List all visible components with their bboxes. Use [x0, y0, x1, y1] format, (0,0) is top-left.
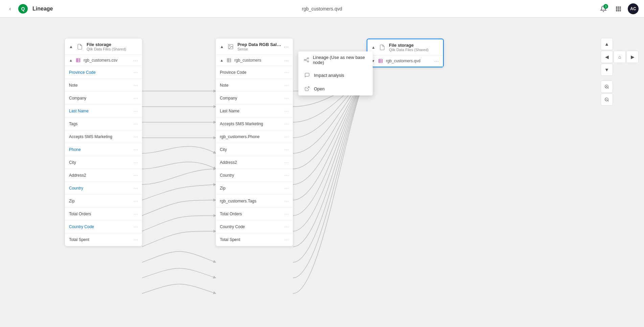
svg-rect-4 — [618, 6, 619, 8]
menu-item-open[interactable]: Open — [298, 82, 373, 95]
field-row-tags-prep: rgb_customers.Tags ··· — [216, 195, 293, 208]
svg-line-31 — [306, 60, 307, 61]
field-row-totalorders-csv: Total Orders ··· — [65, 208, 142, 220]
field-name: Total Orders — [220, 212, 284, 216]
field-more[interactable]: ··· — [284, 83, 289, 88]
field-name: Country Code — [220, 224, 284, 229]
notifications-button[interactable]: 3 — [598, 3, 609, 14]
svg-point-18 — [229, 45, 230, 46]
field-row-sms-prep: Accepts SMS Marketing ··· — [216, 117, 293, 130]
field-more[interactable]: ··· — [134, 212, 138, 216]
field-more[interactable]: ··· — [284, 224, 289, 229]
field-more[interactable]: ··· — [284, 160, 289, 165]
field-more[interactable]: ··· — [134, 70, 138, 75]
field-name: Total Spent — [69, 237, 134, 242]
field-more[interactable]: ··· — [134, 122, 138, 126]
field-more[interactable]: ··· — [284, 199, 289, 203]
collapse-btn-qvd[interactable]: ▲ — [371, 45, 375, 50]
menu-label-lineage: Lineage (Use as new base node) — [313, 55, 367, 65]
svg-point-28 — [307, 58, 309, 59]
svg-rect-9 — [616, 10, 617, 11]
node-title-prep: Prep Data RGB Sales A... — [237, 42, 281, 47]
context-menu: Lineage (Use as new base node) Impact an… — [298, 51, 373, 95]
field-name: Total Spent — [220, 237, 284, 242]
node-header-prep: ▲ Prep Data RGB Sales A... Sense ··· — [216, 39, 293, 55]
qlik-logo: Q — [18, 3, 28, 14]
node-subtitle-qvd: Qlik Data Files (Shared) — [389, 48, 439, 52]
field-more[interactable]: ··· — [134, 134, 138, 139]
nav-left-button[interactable]: ◀ — [601, 51, 613, 63]
menu-item-lineage[interactable]: Lineage (Use as new base node) — [298, 51, 373, 68]
zoom-in-button[interactable] — [601, 81, 613, 93]
back-button[interactable]: ‹ — [5, 4, 15, 14]
field-name: Province Code — [69, 70, 134, 75]
field-name: Zip — [69, 199, 134, 203]
field-more[interactable]: ··· — [284, 237, 289, 242]
field-name: Total Orders — [69, 212, 134, 216]
field-more[interactable]: ··· — [134, 96, 138, 101]
field-row-totalspent-csv: Total Spent ··· — [65, 233, 142, 246]
field-name: Phone — [69, 147, 134, 152]
file-icon-qvd — [378, 43, 386, 51]
field-row-sms-csv: Accepts SMS Marketing ··· — [65, 130, 142, 143]
svg-rect-7 — [618, 8, 619, 9]
field-more[interactable]: ··· — [284, 173, 289, 178]
nav-down-button[interactable]: ▼ — [601, 64, 613, 76]
field-name: Note — [220, 83, 284, 88]
field-row-totalspent-prep: Total Spent ··· — [216, 233, 293, 246]
section-name-qvd: rgb_customers.qvd — [386, 59, 432, 63]
impact-menu-icon — [304, 72, 310, 79]
nav-right-button[interactable]: ▶ — [626, 51, 639, 63]
node-header-csv: ▲ File storage Qlik Data Files (Shared) — [65, 39, 142, 55]
topbar-right: 3 AC — [598, 3, 639, 14]
field-row-city-prep: City ··· — [216, 143, 293, 156]
field-more[interactable]: ··· — [134, 173, 138, 178]
open-menu-icon — [304, 85, 310, 92]
apps-button[interactable] — [613, 3, 624, 14]
section-more-qvd[interactable]: ··· — [434, 59, 439, 64]
collapse-btn-prep[interactable]: ▲ — [220, 44, 224, 49]
field-more[interactable]: ··· — [284, 147, 289, 152]
field-more[interactable]: ··· — [134, 224, 138, 229]
node-file-storage-qvd: ▲ File storage Qlik Data Files (Shared) … — [367, 39, 444, 67]
field-name: Address2 — [220, 160, 284, 165]
zoom-out-button[interactable] — [601, 93, 613, 106]
field-more[interactable]: ··· — [284, 96, 289, 101]
field-more[interactable]: ··· — [134, 83, 138, 88]
svg-rect-6 — [616, 8, 617, 9]
svg-rect-5 — [620, 6, 621, 8]
svg-line-30 — [306, 59, 307, 60]
field-more[interactable]: ··· — [134, 147, 138, 152]
svg-point-29 — [307, 61, 309, 62]
section-collapse-csv[interactable]: ▲ — [69, 58, 73, 62]
section-more-csv[interactable]: ··· — [133, 58, 138, 63]
field-name: Accepts SMS Marketing — [220, 122, 284, 126]
collapse-btn-csv[interactable]: ▲ — [69, 44, 73, 49]
svg-rect-8 — [620, 8, 621, 9]
section-collapse-prep[interactable]: ▲ — [220, 58, 224, 62]
node-more-prep[interactable]: ··· — [284, 44, 289, 49]
field-more[interactable]: ··· — [134, 237, 138, 242]
field-more[interactable]: ··· — [134, 186, 138, 191]
field-more[interactable]: ··· — [284, 186, 289, 191]
user-avatar[interactable]: AC — [628, 3, 639, 14]
field-more[interactable]: ··· — [284, 134, 289, 139]
field-name: Note — [69, 83, 134, 88]
menu-item-impact[interactable]: Impact analysis — [298, 68, 373, 82]
field-more[interactable]: ··· — [134, 160, 138, 165]
field-row-country-prep: Country ··· — [216, 169, 293, 182]
field-more[interactable]: ··· — [284, 109, 289, 113]
field-more[interactable]: ··· — [284, 122, 289, 126]
field-name: rgb_customers.Phone — [220, 134, 284, 139]
nav-home-button[interactable]: ⌂ — [614, 51, 626, 63]
svg-rect-19 — [227, 59, 231, 62]
field-name: Province Code — [220, 70, 284, 75]
field-more[interactable]: ··· — [284, 212, 289, 216]
section-more-prep[interactable]: ··· — [284, 58, 289, 63]
field-row-company-prep: Company ··· — [216, 92, 293, 105]
nav-up-button[interactable]: ▲ — [601, 38, 613, 50]
field-row-countrycode-csv: Country Code ··· — [65, 220, 142, 233]
field-more[interactable]: ··· — [134, 109, 138, 113]
field-more[interactable]: ··· — [134, 199, 138, 203]
field-more[interactable]: ··· — [284, 70, 289, 75]
